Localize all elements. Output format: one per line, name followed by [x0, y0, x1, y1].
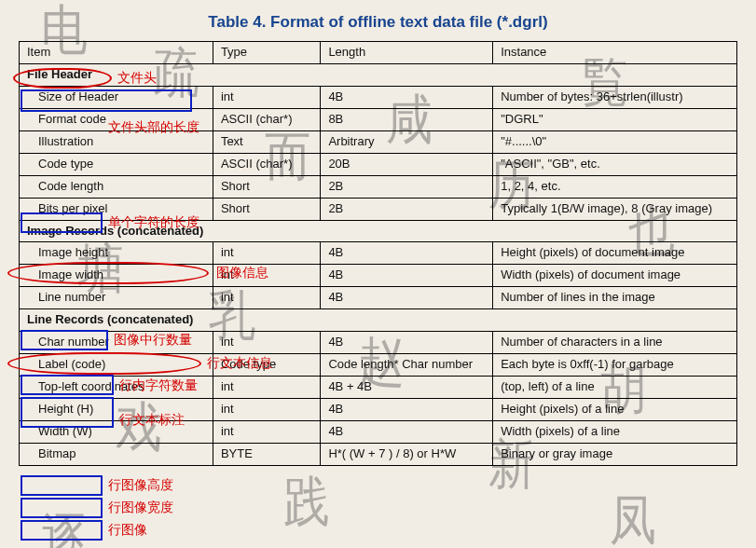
section-line-records: Line Records (concatenated)	[20, 309, 737, 332]
box-width-w	[21, 498, 103, 518]
row-line-number: Line number int 4B Number of lines in th…	[20, 287, 737, 309]
col-length: Length	[321, 42, 493, 64]
row-bitmap: Bitmap BYTE H*( (W + 7 ) / 8) or H*W Bin…	[20, 443, 737, 465]
row-illustration: Illustration Text Arbitrary "#......\0"	[20, 130, 737, 153]
row-size-of-header: Size of Header int 4B Number of bytes: 3…	[20, 86, 737, 108]
row-code-type: Code type ASCII (char*) 20B "ASCII", "GB…	[20, 153, 737, 175]
row-image-height: Image height int 4B Height (pixels) of d…	[20, 242, 737, 265]
row-top-left: Top-left coordinates int 4B + 4B (top, l…	[20, 377, 737, 399]
box-height-h	[21, 475, 103, 496]
box-bitmap	[21, 520, 103, 541]
row-bits-per-pixel: Bits per pixel Short 2B Typically 1(B/W …	[20, 198, 737, 220]
note-line-img: 行图像	[108, 522, 147, 539]
col-instance: Instance	[493, 42, 737, 64]
section-file-header: File Header	[20, 63, 737, 86]
note-line-img-w: 行图像宽度	[108, 500, 173, 516]
row-height-h: Height (H) int 4B Height (pixels) of a l…	[20, 399, 737, 421]
format-table: Item Type Length Instance File Header Si…	[19, 41, 737, 466]
row-label-code: Label (code) Code type Code length* Char…	[20, 354, 737, 377]
table-title: Table 4. Format of offline text data fil…	[19, 13, 737, 32]
row-code-length: Code length Short 2B 1, 2, 4, etc.	[20, 175, 737, 198]
row-image-width: Image width int 4B Width (pixels) of doc…	[20, 265, 737, 287]
row-char-number: Char number int 4B Number of characters …	[20, 332, 737, 354]
note-line-img-h: 行图像高度	[108, 477, 173, 494]
col-item: Item	[20, 42, 213, 64]
col-type: Type	[213, 42, 321, 64]
row-width-w: Width (W) int 4B Width (pixels) of a lin…	[20, 420, 737, 443]
row-format-code: Format code ASCII (char*) 8B "DGRL"	[20, 108, 737, 130]
header-row: Item Type Length Instance	[20, 42, 737, 64]
section-image-records: Image Records (concatenated)	[20, 220, 737, 242]
